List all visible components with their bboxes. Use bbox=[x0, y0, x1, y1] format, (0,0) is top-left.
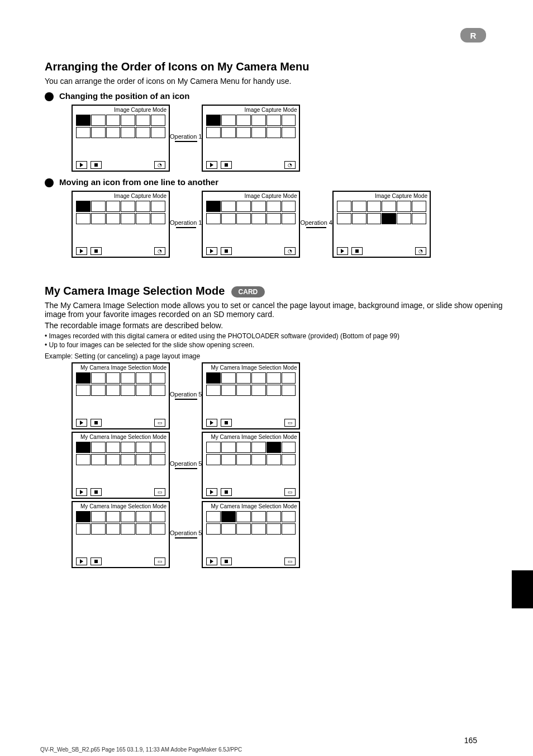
play-icon bbox=[76, 161, 87, 169]
side-tab bbox=[512, 570, 533, 608]
page-icon bbox=[154, 419, 165, 427]
page-number: 165 bbox=[464, 736, 477, 745]
bullet-2: Moving an icon from one line to another bbox=[45, 177, 503, 187]
play-icon bbox=[206, 419, 217, 427]
section2-example: Example: Setting (or canceling) a page l… bbox=[45, 352, 503, 360]
bullet1-row: Image Capture Mode Operation 1 Ima bbox=[72, 105, 503, 172]
screen-c3l: My Camera Image Selection Mode bbox=[72, 501, 170, 568]
section1-title: Arranging the Order of Icons on My Camer… bbox=[45, 60, 503, 73]
screen-a1-label: Image Capture Mode bbox=[73, 106, 169, 115]
stop-icon bbox=[91, 161, 102, 169]
bullet-2-text: Moving an icon from one line to another bbox=[59, 177, 218, 187]
play-icon bbox=[76, 247, 87, 255]
arrow-op1-b: Operation 1 bbox=[170, 220, 202, 228]
play-icon bbox=[206, 247, 217, 255]
stop-icon bbox=[91, 557, 102, 565]
screen-b3: Image Capture Mode bbox=[332, 191, 431, 258]
screen-a2-label: Image Capture Mode bbox=[203, 106, 299, 115]
screen-c2r-label: My Camera Image Selection Mode bbox=[203, 433, 299, 442]
stop-icon bbox=[221, 161, 232, 169]
page-icon bbox=[154, 557, 165, 565]
clock-icon bbox=[154, 247, 165, 255]
screen-b1: Image Capture Mode bbox=[72, 191, 170, 258]
stop-icon bbox=[351, 247, 363, 255]
stop-icon bbox=[91, 419, 102, 427]
arrow-op1-a-label: Operation 1 bbox=[170, 133, 202, 140]
play-icon bbox=[76, 488, 87, 496]
pair-3: My Camera Image Selection Mode Operation… bbox=[72, 501, 503, 568]
screen-c1l: My Camera Image Selection Mode bbox=[72, 362, 170, 429]
screen-a1: Image Capture Mode bbox=[72, 105, 170, 172]
section2-note1: • Images recorded with this digital came… bbox=[45, 332, 503, 340]
screen-c1r-label: My Camera Image Selection Mode bbox=[203, 363, 299, 372]
arrow-op1-b-label: Operation 1 bbox=[170, 219, 202, 226]
screen-c2l-label: My Camera Image Selection Mode bbox=[73, 433, 169, 442]
screen-c3r-label: My Camera Image Selection Mode bbox=[203, 502, 299, 511]
screen-b1-label: Image Capture Mode bbox=[73, 192, 169, 201]
screen-b3-label: Image Capture Mode bbox=[334, 192, 430, 201]
screen-b2: Image Capture Mode bbox=[202, 191, 300, 258]
screen-b2-label: Image Capture Mode bbox=[203, 192, 299, 201]
screen-c3l-label: My Camera Image Selection Mode bbox=[73, 502, 169, 511]
screen-c1l-label: My Camera Image Selection Mode bbox=[73, 363, 169, 372]
play-icon bbox=[337, 247, 348, 255]
section2-note2: • Up to four images can be selected for … bbox=[45, 341, 503, 349]
arrow-c3-label: Operation 5 bbox=[170, 530, 202, 537]
stop-icon bbox=[221, 247, 232, 255]
section2-title: My Camera Image Selection Mode bbox=[45, 285, 225, 297]
card-badge: CARD bbox=[231, 286, 265, 297]
section2-para2: The recordable image formats are describ… bbox=[45, 321, 503, 330]
screen-c3r: My Camera Image Selection Mode bbox=[202, 501, 300, 568]
bullet-1-text: Changing the position of an icon bbox=[59, 91, 189, 101]
stop-icon bbox=[221, 557, 232, 565]
clock-icon bbox=[154, 161, 165, 169]
stop-icon bbox=[221, 488, 232, 496]
play-icon bbox=[206, 488, 217, 496]
stop-icon bbox=[91, 488, 102, 496]
screen-c1r: My Camera Image Selection Mode bbox=[202, 362, 300, 429]
r-badge: R bbox=[460, 28, 486, 42]
pair-1: My Camera Image Selection Mode Operation… bbox=[72, 362, 503, 429]
screen-c2l: My Camera Image Selection Mode bbox=[72, 432, 170, 499]
section1-lead: You can arrange the order of icons on My… bbox=[45, 77, 503, 86]
bullet-dot-icon bbox=[45, 92, 54, 101]
arrow-op1-a: Operation 1 bbox=[170, 134, 202, 141]
screen-a2: Image Capture Mode bbox=[202, 105, 300, 172]
pair-2: My Camera Image Selection Mode Operation… bbox=[72, 432, 503, 499]
play-icon bbox=[206, 557, 217, 565]
bullet-1: Changing the position of an icon bbox=[45, 91, 503, 101]
page-icon bbox=[154, 488, 165, 496]
arrow-op4-b: Operation 4 bbox=[300, 220, 332, 228]
page: R Arranging the Order of Icons on My Cam… bbox=[0, 0, 533, 756]
arrow-c2: Operation 5 bbox=[170, 461, 202, 469]
play-icon bbox=[76, 419, 87, 427]
arrow-op4-b-label: Operation 4 bbox=[300, 219, 332, 226]
clock-icon bbox=[284, 247, 296, 255]
play-icon bbox=[76, 557, 87, 565]
stop-icon bbox=[91, 247, 102, 255]
bullet2-row: Image Capture Mode Operation 1 Ima bbox=[72, 191, 503, 258]
page-icon bbox=[284, 488, 296, 496]
clock-icon bbox=[284, 161, 296, 169]
clock-icon bbox=[415, 247, 426, 255]
arrow-c1-label: Operation 5 bbox=[170, 391, 202, 398]
arrow-c1: Operation 5 bbox=[170, 392, 202, 399]
stop-icon bbox=[221, 419, 232, 427]
section2-title-row: My Camera Image Selection Mode CARD bbox=[45, 285, 503, 297]
screen-c2r: My Camera Image Selection Mode bbox=[202, 432, 300, 499]
arrow-c3: Operation 5 bbox=[170, 531, 202, 538]
page-icon bbox=[284, 419, 296, 427]
arrow-c2-label: Operation 5 bbox=[170, 460, 202, 467]
footer-line: QV-R_Web_SB_R2.p65 Page 165 03.1.9, 11:3… bbox=[40, 746, 242, 753]
bullet-dot-icon bbox=[45, 178, 54, 187]
page-icon bbox=[284, 557, 296, 565]
play-icon bbox=[206, 161, 217, 169]
section2-para1: The My Camera Image Selection mode allow… bbox=[45, 301, 503, 319]
